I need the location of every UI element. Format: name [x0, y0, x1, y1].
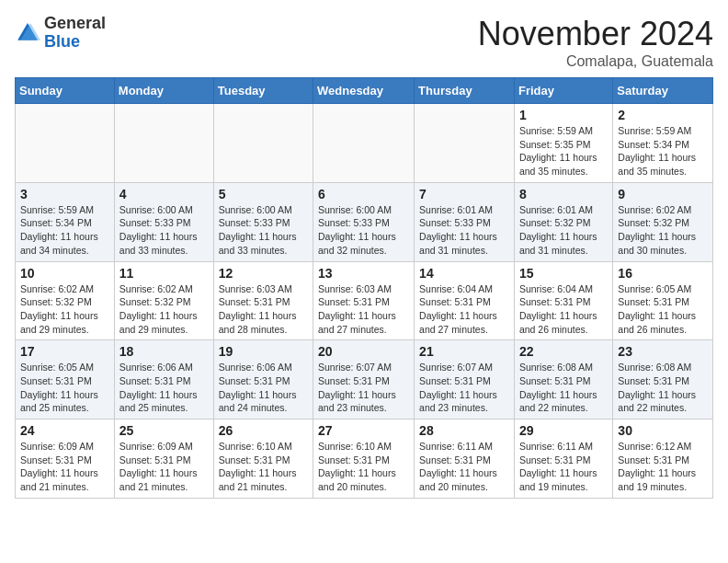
day-number: 14	[419, 266, 509, 281]
day-number: 29	[519, 423, 608, 438]
calendar-cell	[114, 104, 213, 183]
day-info: Sunrise: 6:10 AM Sunset: 5:31 PM Dayligh…	[318, 440, 409, 494]
calendar-table: SundayMondayTuesdayWednesdayThursdayFrid…	[15, 77, 713, 499]
day-info: Sunrise: 6:03 AM Sunset: 5:31 PM Dayligh…	[318, 282, 409, 337]
calendar-cell	[16, 104, 115, 183]
day-number: 12	[219, 266, 308, 281]
calendar-cell: 30Sunrise: 6:12 AM Sunset: 5:31 PM Dayli…	[613, 419, 713, 499]
day-number: 4	[119, 187, 209, 201]
day-number: 7	[419, 187, 509, 201]
title-block: November 2024 Comalapa, Guatemala	[478, 15, 713, 70]
calendar-week: 10Sunrise: 6:02 AM Sunset: 5:32 PM Dayli…	[16, 261, 713, 340]
calendar-body: 1Sunrise: 5:59 AM Sunset: 5:35 PM Daylig…	[16, 104, 713, 499]
header-day-saturday: Saturday	[613, 78, 713, 104]
day-info: Sunrise: 6:05 AM Sunset: 5:31 PM Dayligh…	[618, 282, 708, 337]
calendar-cell: 23Sunrise: 6:08 AM Sunset: 5:31 PM Dayli…	[613, 340, 713, 419]
day-number: 1	[519, 108, 608, 122]
calendar-week: 24Sunrise: 6:09 AM Sunset: 5:31 PM Dayli…	[16, 419, 713, 499]
header-day-sunday: Sunday	[16, 78, 115, 104]
calendar-cell: 20Sunrise: 6:07 AM Sunset: 5:31 PM Dayli…	[313, 340, 415, 419]
day-number: 3	[20, 187, 109, 201]
calendar-cell: 12Sunrise: 6:03 AM Sunset: 5:31 PM Dayli…	[213, 261, 313, 340]
calendar-week: 17Sunrise: 6:05 AM Sunset: 5:31 PM Dayli…	[16, 340, 713, 419]
day-number: 6	[318, 187, 409, 201]
day-number: 11	[119, 266, 209, 281]
calendar-cell: 1Sunrise: 5:59 AM Sunset: 5:35 PM Daylig…	[514, 104, 612, 183]
calendar-cell: 18Sunrise: 6:06 AM Sunset: 5:31 PM Dayli…	[114, 340, 213, 419]
day-info: Sunrise: 6:06 AM Sunset: 5:31 PM Dayligh…	[219, 361, 308, 415]
logo-text: General Blue	[44, 15, 106, 52]
header-row: SundayMondayTuesdayWednesdayThursdayFrid…	[16, 78, 713, 104]
day-info: Sunrise: 6:08 AM Sunset: 5:31 PM Dayligh…	[618, 361, 708, 415]
calendar-cell: 9Sunrise: 6:02 AM Sunset: 5:32 PM Daylig…	[613, 182, 713, 261]
day-info: Sunrise: 6:11 AM Sunset: 5:31 PM Dayligh…	[519, 440, 608, 494]
day-info: Sunrise: 5:59 AM Sunset: 5:34 PM Dayligh…	[618, 124, 708, 178]
day-info: Sunrise: 6:08 AM Sunset: 5:31 PM Dayligh…	[519, 361, 608, 415]
calendar-cell: 24Sunrise: 6:09 AM Sunset: 5:31 PM Dayli…	[16, 419, 115, 499]
calendar-header: SundayMondayTuesdayWednesdayThursdayFrid…	[16, 78, 713, 104]
logo-icon	[15, 20, 40, 46]
header-day-wednesday: Wednesday	[313, 78, 415, 104]
day-info: Sunrise: 6:00 AM Sunset: 5:33 PM Dayligh…	[219, 203, 308, 258]
day-number: 24	[20, 423, 109, 438]
day-info: Sunrise: 6:07 AM Sunset: 5:31 PM Dayligh…	[419, 361, 509, 415]
header-day-friday: Friday	[514, 78, 612, 104]
calendar-cell: 19Sunrise: 6:06 AM Sunset: 5:31 PM Dayli…	[213, 340, 313, 419]
day-info: Sunrise: 6:06 AM Sunset: 5:31 PM Dayligh…	[119, 361, 209, 415]
calendar-cell: 21Sunrise: 6:07 AM Sunset: 5:31 PM Dayli…	[415, 340, 515, 419]
calendar-cell: 11Sunrise: 6:02 AM Sunset: 5:32 PM Dayli…	[114, 261, 213, 340]
calendar-cell: 7Sunrise: 6:01 AM Sunset: 5:33 PM Daylig…	[415, 182, 515, 261]
day-number: 26	[219, 423, 308, 438]
calendar-week: 1Sunrise: 5:59 AM Sunset: 5:35 PM Daylig…	[16, 104, 713, 183]
logo: General Blue	[15, 15, 106, 52]
header-day-thursday: Thursday	[415, 78, 515, 104]
day-info: Sunrise: 6:01 AM Sunset: 5:32 PM Dayligh…	[519, 203, 608, 258]
calendar-cell: 2Sunrise: 5:59 AM Sunset: 5:34 PM Daylig…	[613, 104, 713, 183]
calendar-cell: 3Sunrise: 5:59 AM Sunset: 5:34 PM Daylig…	[16, 182, 115, 261]
calendar-cell	[415, 104, 515, 183]
calendar-cell: 6Sunrise: 6:00 AM Sunset: 5:33 PM Daylig…	[313, 182, 415, 261]
calendar-cell: 10Sunrise: 6:02 AM Sunset: 5:32 PM Dayli…	[16, 261, 115, 340]
day-info: Sunrise: 5:59 AM Sunset: 5:34 PM Dayligh…	[20, 203, 109, 258]
month-title: November 2024	[478, 15, 713, 53]
day-number: 15	[519, 266, 608, 281]
day-number: 25	[119, 423, 209, 438]
calendar-cell	[313, 104, 415, 183]
calendar-cell: 16Sunrise: 6:05 AM Sunset: 5:31 PM Dayli…	[613, 261, 713, 340]
day-info: Sunrise: 6:04 AM Sunset: 5:31 PM Dayligh…	[519, 282, 608, 337]
day-number: 30	[618, 423, 708, 438]
day-number: 28	[419, 423, 509, 438]
calendar-cell: 15Sunrise: 6:04 AM Sunset: 5:31 PM Dayli…	[514, 261, 612, 340]
page-header: General Blue November 2024 Comalapa, Gua…	[15, 15, 713, 70]
day-number: 27	[318, 423, 409, 438]
calendar-cell: 8Sunrise: 6:01 AM Sunset: 5:32 PM Daylig…	[514, 182, 612, 261]
day-number: 9	[618, 187, 708, 201]
calendar-cell	[213, 104, 313, 183]
day-info: Sunrise: 6:01 AM Sunset: 5:33 PM Dayligh…	[419, 203, 509, 258]
day-info: Sunrise: 6:05 AM Sunset: 5:31 PM Dayligh…	[20, 361, 109, 415]
day-info: Sunrise: 6:03 AM Sunset: 5:31 PM Dayligh…	[219, 282, 308, 337]
day-info: Sunrise: 6:09 AM Sunset: 5:31 PM Dayligh…	[20, 440, 109, 494]
day-number: 20	[318, 344, 409, 359]
day-info: Sunrise: 6:04 AM Sunset: 5:31 PM Dayligh…	[419, 282, 509, 337]
day-info: Sunrise: 6:12 AM Sunset: 5:31 PM Dayligh…	[618, 440, 708, 494]
day-number: 5	[219, 187, 308, 201]
day-number: 21	[419, 344, 509, 359]
day-info: Sunrise: 6:10 AM Sunset: 5:31 PM Dayligh…	[219, 440, 308, 494]
header-day-tuesday: Tuesday	[213, 78, 313, 104]
day-info: Sunrise: 5:59 AM Sunset: 5:35 PM Dayligh…	[519, 124, 608, 178]
day-number: 23	[618, 344, 708, 359]
calendar-cell: 4Sunrise: 6:00 AM Sunset: 5:33 PM Daylig…	[114, 182, 213, 261]
day-info: Sunrise: 6:07 AM Sunset: 5:31 PM Dayligh…	[318, 361, 409, 415]
location: Comalapa, Guatemala	[478, 53, 713, 70]
day-number: 18	[119, 344, 209, 359]
calendar-cell: 13Sunrise: 6:03 AM Sunset: 5:31 PM Dayli…	[313, 261, 415, 340]
calendar-cell: 14Sunrise: 6:04 AM Sunset: 5:31 PM Dayli…	[415, 261, 515, 340]
calendar-cell: 28Sunrise: 6:11 AM Sunset: 5:31 PM Dayli…	[415, 419, 515, 499]
day-info: Sunrise: 6:09 AM Sunset: 5:31 PM Dayligh…	[119, 440, 209, 494]
calendar-cell: 27Sunrise: 6:10 AM Sunset: 5:31 PM Dayli…	[313, 419, 415, 499]
day-number: 8	[519, 187, 608, 201]
day-info: Sunrise: 6:02 AM Sunset: 5:32 PM Dayligh…	[618, 203, 708, 258]
day-info: Sunrise: 6:00 AM Sunset: 5:33 PM Dayligh…	[318, 203, 409, 258]
calendar-cell: 22Sunrise: 6:08 AM Sunset: 5:31 PM Dayli…	[514, 340, 612, 419]
